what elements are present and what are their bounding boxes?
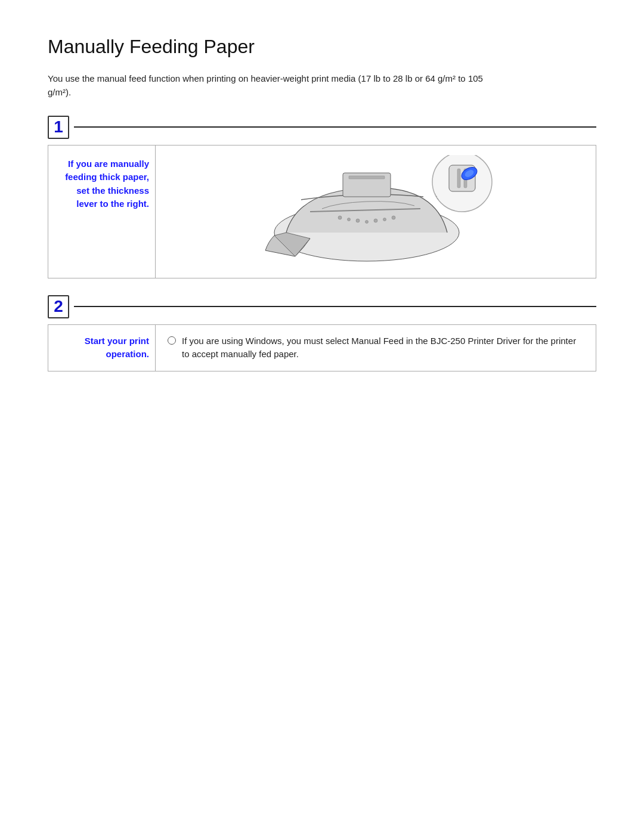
intro-paragraph: You use the manual feed function when pr… [48, 72, 501, 99]
svg-point-2 [348, 218, 351, 221]
svg-rect-9 [349, 176, 385, 179]
start-print-content: If you are using Windows, you must selec… [156, 325, 596, 371]
step1-number: 1 [48, 116, 69, 139]
page-title: Manually Feeding Paper [48, 36, 596, 58]
svg-point-7 [392, 216, 395, 219]
start-print-box: Start your print operation. If you are u… [48, 324, 596, 371]
step1-line [74, 126, 596, 128]
svg-point-6 [383, 218, 386, 221]
svg-point-5 [374, 219, 377, 222]
svg-point-1 [338, 216, 342, 219]
step2-row: 2 [48, 295, 596, 318]
svg-point-4 [366, 220, 369, 223]
start-print-sidebar: Start your print operation. [48, 325, 156, 371]
step1-sidebar: If you are manually feeding thick paper,… [48, 145, 156, 278]
step1-illustration-area [156, 145, 596, 278]
start-print-body: If you are using Windows, you must selec… [182, 335, 584, 361]
step2-number: 2 [48, 295, 69, 318]
svg-point-3 [356, 219, 360, 222]
printer-illustration [250, 155, 501, 268]
step1-row: 1 [48, 116, 596, 139]
bullet-circle-icon [168, 336, 176, 345]
step1-content-box: If you are manually feeding thick paper,… [48, 145, 596, 278]
step2-line [74, 306, 596, 307]
svg-rect-13 [457, 169, 460, 188]
